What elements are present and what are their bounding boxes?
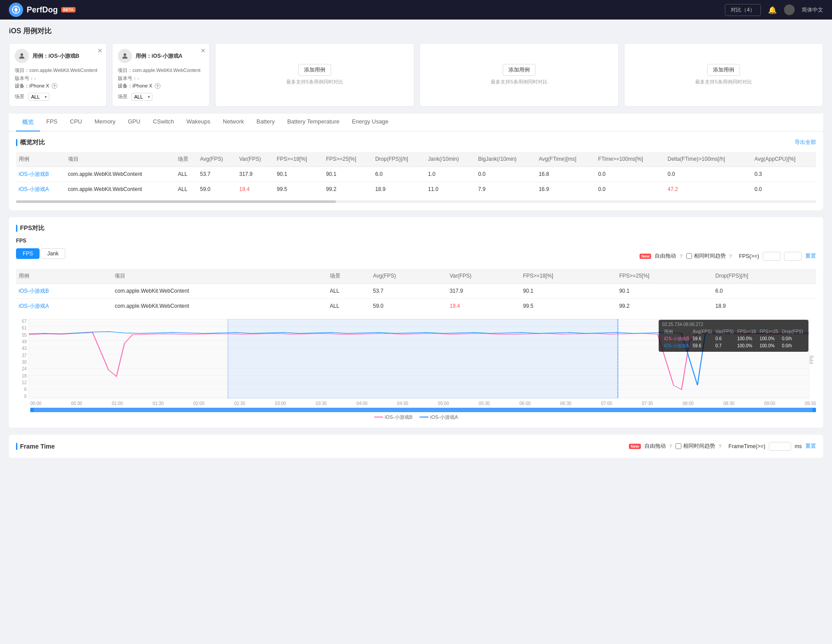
close-card-1[interactable]: ✕ [97,47,103,54]
frametime-sync-trend-checkbox-label[interactable]: 相同时间趋势 [676,442,715,450]
frametime-section-title: Frame Time [16,443,55,450]
tab-battery[interactable]: Battery [250,114,281,131]
table-scrollbar[interactable] [16,200,816,203]
fps-th-drop-fps: Drop(FPS)[/h] [712,269,816,284]
row1-avg-fps: 53.7 [197,167,236,182]
scene-select-1[interactable]: ALL [28,93,49,101]
free-drag-help[interactable]: ? [680,254,682,259]
th-avg-ftime: Avg(FTime)[ms] [536,152,596,167]
tab-cswitch[interactable]: CSwitch [147,114,180,131]
fps-val1-input[interactable]: 18 [763,252,780,261]
fps-row2-avg-fps: 59.0 [370,298,447,314]
svg-rect-15 [228,319,618,398]
row1-var-fps: 317.9 [236,167,274,182]
compare-button[interactable]: 对比（4） [725,4,761,16]
tab-overview[interactable]: 概览 [16,114,40,131]
chart-wrapper: 67 61 55 49 43 37 30 24 18 12 6 0 [16,319,816,400]
row1-ftime100: 0.0 [596,167,665,182]
frametime-sync-help[interactable]: ? [719,444,721,449]
frametime-val-input[interactable]: 100 [769,442,791,451]
header-left: PerfDog BETA [9,3,76,17]
legend-item-a: iOS-小游戏A [420,414,458,421]
new-badge: New [640,254,652,259]
language-button[interactable]: 简体中文 [802,6,823,14]
svg-point-1 [20,53,23,56]
frametime-free-drag-label[interactable]: 自由拖动 [644,442,666,450]
fps-row1-usecase: iOS-小游戏B [16,283,112,298]
tab-fps[interactable]: FPS [40,114,64,131]
frametime-section: Frame Time New 自由拖动 ? 相同时间趋势 ? FrameTime… [9,435,823,458]
chart-legend: iOS-小游戏B iOS-小游戏A [16,414,816,421]
card-version-2: 版本号：- [118,75,204,83]
scrollbar-right-handle[interactable] [812,408,816,412]
fps-section-header: FPS对比 [16,224,816,232]
row2-ftime100: 0.0 [596,182,665,197]
free-drag-label[interactable]: 自由拖动 [655,252,676,260]
row1-usecase: iOS-小游戏B [16,167,65,182]
scene-select-wrapper-1: ALL [28,93,49,101]
fps-row2-scene: ALL [327,298,370,314]
fps-section-title: FPS对比 [16,224,44,232]
fps-row-1: iOS-小游戏B com.apple.WebKit.WebContent ALL… [16,283,816,298]
fps-row1-project: com.apple.WebKit.WebContent [112,283,327,298]
device-info-icon-1[interactable]: ? [52,83,57,89]
scrollbar-left-handle[interactable] [30,408,34,412]
fps-th-usecase: 用例 [16,269,112,284]
th-avg-fps: Avg(FPS) [197,152,236,167]
overview-table-scroll: 用例 项目 场景 Avg(FPS) Var(FPS) FPS>=18[%] FP… [16,152,816,197]
overview-section-title: 概览对比 [16,139,45,147]
add-usecase-hint-1: 最多支持5条用例同时对比 [286,79,343,85]
fps-right-controls: New 自由拖动 ? 相同时间趋势 ? FPS(>=) 18 25 重置 [640,252,816,261]
frametime-reset-button[interactable]: 重置 [805,442,816,450]
frametime-unit: ms [795,443,802,449]
tab-battery-temp[interactable]: Battery Temperature [281,114,346,131]
tab-navigation: 概览 FPS CPU Memory GPU CSwitch Wakeups Ne… [9,114,823,131]
row1-avg-ftime: 16.8 [536,167,596,182]
sync-trend-label: 相同时间趋势 [694,252,726,260]
scene-label-2: 场景 [118,93,128,100]
bell-icon[interactable]: 🔔 [768,6,777,14]
tab-memory[interactable]: Memory [88,114,122,131]
sync-trend-checkbox-label[interactable]: 相同时间趋势 [686,252,726,260]
logo-text: PerfDog [27,5,58,15]
frametime-controls: New 自由拖动 ? 相同时间趋势 ? FrameTime(>=) 100 ms… [629,442,816,451]
fps-th-fps18: FPS>=18[%] [520,269,616,284]
sync-trend-checkbox[interactable] [686,253,692,259]
fps-val2-input[interactable]: 25 [784,252,802,261]
tab-cpu[interactable]: CPU [64,114,88,131]
overview-section-header: 概览对比 导出全部 [16,139,816,147]
frametime-free-drag-help[interactable]: ? [669,444,672,449]
chart-scrollbar-wrapper [16,408,816,412]
add-usecase-button-1[interactable]: 添加用例 [298,64,331,76]
close-card-2[interactable]: ✕ [200,47,206,54]
fps-ge-label: FPS(>=) [739,253,759,259]
sub-tab-jank[interactable]: Jank [40,248,65,259]
add-usecase-hint-3: 最多支持5条用例同时对比 [695,79,752,85]
row2-fps25: 99.2 [323,182,372,197]
add-usecase-button-2[interactable]: 添加用例 [503,64,536,76]
fps-row1-scene: ALL [327,283,370,298]
scene-select-2[interactable]: ALL [131,93,152,101]
row1-scene: ALL [175,167,197,182]
fps-reset-button[interactable]: 重置 [805,252,816,260]
legend-color-a [420,417,428,417]
device-info-icon-2[interactable]: ? [155,83,160,89]
chart-svg-wrapper[interactable]: 02:25.734-08:06.272 用例 Avg(FPS) Var(FPS)… [28,319,809,400]
row2-project: com.apple.WebKit.WebContent [65,182,176,197]
tab-energy[interactable]: Energy Usage [346,114,395,131]
row1-drop-fps: 6.0 [372,167,425,182]
tab-gpu[interactable]: GPU [122,114,147,131]
tab-wakeups[interactable]: Wakeups [180,114,217,131]
tab-network[interactable]: Network [216,114,250,131]
sync-trend-help[interactable]: ? [729,254,732,259]
export-button[interactable]: 导出全部 [795,139,816,146]
fps-th-project: 项目 [112,269,327,284]
card-info-1: 项目：com.apple.WebKit.WebContent 版本号：- 设备：… [15,67,101,90]
sub-tab-fps[interactable]: FPS [16,248,40,259]
fps-th-scene: 场景 [327,269,370,284]
add-usecase-button-3[interactable]: 添加用例 [707,64,740,76]
legend-label-a: iOS-小游戏A [430,414,458,421]
fps-row2-drop-fps: 18.9 [712,298,816,314]
th-var-fps: Var(FPS) [236,152,274,167]
frametime-sync-trend-checkbox[interactable] [676,443,681,449]
